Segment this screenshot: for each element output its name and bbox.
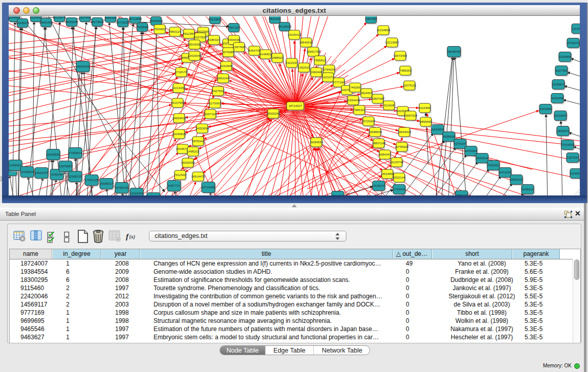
svg-text:26053346: 26053346 — [76, 65, 90, 68]
svg-text:7986322: 7986322 — [353, 108, 365, 112]
svg-text:18724007: 18724007 — [289, 104, 302, 107]
svg-text:8186323: 8186323 — [208, 38, 220, 41]
svg-text:16120746: 16120746 — [390, 161, 404, 164]
svg-text:7632621: 7632621 — [487, 164, 499, 167]
svg-text:16253902: 16253902 — [149, 19, 163, 23]
svg-text:16958117: 16958117 — [100, 182, 114, 185]
svg-text:14353594: 14353594 — [195, 127, 209, 130]
svg-text:746266: 746266 — [350, 86, 361, 89]
svg-text:2933114: 2933114 — [476, 157, 489, 160]
svg-text:19384554: 19384554 — [310, 141, 323, 144]
svg-text:15720407: 15720407 — [362, 120, 376, 123]
svg-text:10719155: 10719155 — [116, 21, 130, 24]
svg-text:6379197: 6379197 — [454, 142, 466, 145]
svg-text:1362615: 1362615 — [298, 66, 310, 69]
svg-text:16133271: 16133271 — [53, 16, 67, 19]
svg-text:17359914: 17359914 — [69, 151, 82, 155]
svg-text:1733426: 1733426 — [393, 188, 405, 191]
svg-text:17957225: 17957225 — [85, 179, 99, 182]
svg-text:6966160: 6966160 — [104, 16, 117, 19]
svg-text:7955812: 7955812 — [314, 59, 326, 62]
svg-text:16713555: 16713555 — [128, 17, 142, 20]
svg-text:15751074: 15751074 — [567, 41, 580, 45]
svg-text:3824554: 3824554 — [360, 92, 373, 95]
svg-text:19654932: 19654932 — [172, 117, 186, 120]
svg-text:1112473: 1112473 — [572, 27, 580, 30]
svg-text:12156829: 12156829 — [20, 170, 34, 173]
svg-text:7485063: 7485063 — [399, 69, 411, 72]
svg-text:19166825: 19166825 — [172, 133, 186, 136]
svg-text:3215958: 3215958 — [539, 107, 552, 111]
svg-text:1145194: 1145194 — [51, 173, 63, 176]
svg-text:6794024: 6794024 — [323, 68, 335, 71]
svg-text:16093459: 16093459 — [181, 161, 195, 164]
svg-text:5322037: 5322037 — [286, 61, 298, 64]
svg-text:16961758: 16961758 — [307, 50, 320, 53]
svg-text:12405571: 12405571 — [16, 21, 30, 25]
svg-text:10240512: 10240512 — [570, 172, 580, 175]
svg-text:16543382: 16543382 — [188, 43, 202, 46]
svg-text:14957924: 14957924 — [404, 114, 418, 117]
svg-text:10973493: 10973493 — [394, 54, 407, 57]
svg-text:1167534: 1167534 — [567, 156, 579, 159]
svg-text:8813054: 8813054 — [269, 17, 281, 20]
svg-text:1527602: 1527602 — [79, 16, 91, 19]
svg-text:8960124: 8960124 — [169, 30, 181, 33]
svg-text:12213369: 12213369 — [172, 86, 186, 90]
svg-text:(x): (x) — [129, 234, 136, 240]
svg-text:8471676: 8471676 — [499, 171, 511, 174]
svg-text:3675685: 3675685 — [222, 51, 234, 54]
svg-text:20364436: 20364436 — [346, 99, 360, 102]
svg-text:15716485: 15716485 — [202, 186, 215, 189]
svg-text:10807487: 10807487 — [371, 97, 385, 100]
svg-text:12975115: 12975115 — [403, 84, 417, 87]
svg-text:4415408: 4415408 — [551, 97, 563, 100]
svg-text:20691406: 20691406 — [39, 21, 53, 24]
svg-text:7957224: 7957224 — [228, 26, 240, 29]
svg-text:9227342: 9227342 — [555, 69, 568, 72]
svg-text:14136141: 14136141 — [372, 184, 386, 187]
svg-text:12213967: 12213967 — [385, 41, 399, 44]
svg-text:9329966: 9329966 — [559, 55, 571, 58]
svg-text:12505135: 12505135 — [69, 175, 82, 178]
svg-text:7612540: 7612540 — [174, 173, 186, 177]
svg-text:18807249: 18807249 — [372, 142, 386, 145]
svg-text:19654923: 19654923 — [398, 130, 411, 134]
svg-text:15273902: 15273902 — [91, 20, 104, 24]
svg-text:6990448: 6990448 — [310, 71, 322, 74]
svg-text:2803144: 2803144 — [217, 77, 229, 80]
svg-text:1170063: 1170063 — [209, 102, 222, 105]
svg-text:2718176: 2718176 — [175, 71, 187, 74]
svg-text:20206551: 20206551 — [47, 153, 60, 156]
svg-text:16154808: 16154808 — [377, 29, 390, 32]
svg-text:9457771: 9457771 — [168, 184, 180, 187]
svg-text:12093872: 12093872 — [552, 83, 565, 86]
svg-text:9327505: 9327505 — [194, 36, 206, 39]
svg-text:17016504: 17016504 — [561, 143, 575, 146]
svg-text:9474444: 9474444 — [465, 149, 477, 152]
svg-text:2522144: 2522144 — [393, 176, 405, 179]
svg-text:2367608: 2367608 — [233, 46, 245, 49]
svg-text:22420046: 22420046 — [188, 54, 202, 57]
svg-text:5878342: 5878342 — [192, 140, 204, 143]
svg-text:16648784: 16648784 — [447, 50, 461, 53]
svg-text:10210643: 10210643 — [554, 114, 568, 117]
svg-text:1954636: 1954636 — [228, 38, 240, 41]
svg-text:9146821: 9146821 — [259, 53, 272, 56]
svg-text:9245612: 9245612 — [521, 188, 534, 191]
svg-text:9096215: 9096215 — [455, 194, 468, 195]
svg-text:621608: 621608 — [384, 104, 395, 107]
svg-text:19218506: 19218506 — [278, 25, 292, 28]
svg-text:1588520: 1588520 — [271, 56, 284, 59]
svg-text:8912954: 8912954 — [183, 32, 195, 35]
svg-text:16782759: 16782759 — [115, 186, 129, 189]
svg-text:16107554: 16107554 — [171, 101, 185, 104]
svg-text:9242848: 9242848 — [220, 64, 232, 68]
svg-text:18300295: 18300295 — [267, 112, 280, 115]
svg-text:8454749: 8454749 — [248, 49, 260, 52]
svg-text:10853257: 10853257 — [65, 20, 79, 24]
svg-text:10688609: 10688609 — [368, 130, 382, 134]
svg-text:16033809: 16033809 — [208, 18, 222, 21]
svg-text:1245051: 1245051 — [9, 164, 21, 167]
svg-text:2087682: 2087682 — [365, 17, 377, 20]
